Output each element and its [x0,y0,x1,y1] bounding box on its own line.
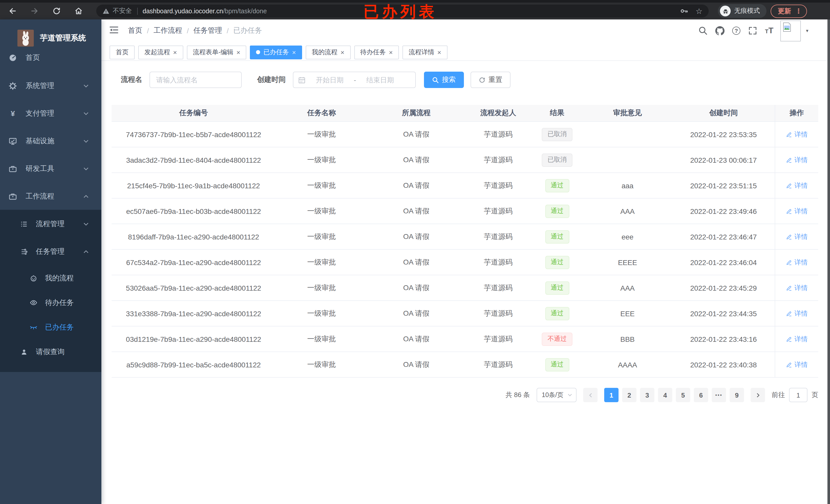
chevron-down-icon [83,82,89,89]
col-flow: 所属流程 [368,105,465,121]
detail-button[interactable]: 详情 [786,309,808,318]
sidebar-item-process-mgmt[interactable]: 流程管理 [0,216,101,232]
view-tab[interactable]: 我的流程 × [306,45,350,59]
breadcrumb-item-task-mgmt[interactable]: 任务管理 [194,26,222,35]
key-icon[interactable] [680,7,689,15]
sidebar-item-done-tasks[interactable]: 已办任务 [0,319,101,335]
sidebar-collapse-icon[interactable] [109,26,119,34]
sidebar-item-label: 待办任务 [45,298,74,307]
page-button[interactable]: ••• [712,388,726,402]
back-icon[interactable] [8,7,17,15]
detail-button[interactable]: 详情 [786,181,808,190]
page-button[interactable]: 5 [676,388,690,402]
cell-comment: EEE [583,301,672,326]
user-icon [21,348,28,355]
tab-close-icon[interactable]: × [389,48,393,56]
page-size-select[interactable]: 10条/页 [537,388,577,402]
page-button[interactable]: 6 [694,388,708,402]
view-tab[interactable]: 待办任务 × [354,45,399,59]
sidebar-item-system[interactable]: 系统管理 [0,77,101,94]
logo-rabbit-image [18,30,34,46]
view-tab[interactable]: 发起流程 × [138,45,183,59]
view-tab[interactable]: 流程详情 × [403,45,447,59]
security-indicator[interactable]: 不安全 [102,7,132,15]
page-button[interactable]: 1 [604,388,618,402]
font-size-icon[interactable]: TT [765,26,773,35]
browser-menu-icon[interactable]: ⋮ [795,7,802,15]
app-logo[interactable]: 芋道管理系统 [18,30,86,46]
search-icon[interactable] [698,26,708,35]
update-label: 更新 [778,6,791,15]
cell-result: 通过 [532,199,583,224]
home-icon[interactable] [74,7,83,15]
sidebar-item-infra[interactable]: 基础设施 [0,133,101,149]
detail-button[interactable]: 详情 [786,258,808,267]
tab-close-icon[interactable]: × [292,48,296,56]
page-button[interactable]: 4 [658,388,672,402]
page-button[interactable]: 9 [730,388,744,402]
view-tab[interactable]: 已办任务 × [250,45,302,59]
start-date-input[interactable] [308,76,352,83]
reset-button[interactable]: 重置 [471,72,510,88]
help-icon[interactable]: ? [732,27,740,35]
detail-button[interactable]: 详情 [786,360,808,369]
tab-close-icon[interactable]: × [173,48,177,56]
cell-task-name: 一级审批 [276,301,368,326]
goto-page-input[interactable] [789,388,807,402]
eye-closed-icon [30,324,37,331]
detail-button[interactable]: 详情 [786,283,808,293]
reload-icon[interactable] [52,7,61,15]
detail-button-label: 详情 [794,232,808,241]
detail-button[interactable]: 详情 [786,232,808,241]
github-icon[interactable] [715,26,725,35]
tab-close-icon[interactable]: × [437,48,441,56]
detail-button[interactable]: 详情 [786,206,808,216]
sidebar-item-pay[interactable]: ¥ 支付管理 [0,105,101,122]
detail-button[interactable]: 详情 [786,130,808,139]
sidebar-item-task-mgmt[interactable]: 任务管理 [0,243,101,260]
page-button[interactable]: 2 [622,388,636,402]
cell-flow: OA 请假 [368,327,465,351]
fullscreen-icon[interactable] [748,26,757,35]
end-date-input[interactable] [358,76,402,83]
detail-button[interactable]: 详情 [786,155,808,165]
tab-label: 流程详情 [409,48,434,57]
detail-button[interactable]: 详情 [786,334,808,344]
cell-created: 2022-01-22 23:46:04 [672,250,775,275]
cell-flow: OA 请假 [368,301,465,326]
next-page-button[interactable] [751,388,765,402]
page-button[interactable]: 3 [640,388,655,402]
cell-flow: OA 请假 [368,199,465,224]
breadcrumb-item-home[interactable]: 首页 [128,26,142,35]
avatar-caret-icon[interactable]: ▼ [805,28,809,33]
view-tab[interactable]: 流程表单-编辑 × [187,45,247,59]
view-tab[interactable]: 首页 × [109,45,135,59]
sidebar-item-leave-query[interactable]: 请假查询 [0,344,101,360]
process-name-input[interactable] [150,72,242,88]
goto-suffix: 页 [811,391,818,400]
table-row: 74736737-7b9b-11ec-b5b7-acde48001122 一级审… [111,122,818,147]
prev-page-button[interactable] [583,388,598,402]
cell-comment: eee [583,224,672,249]
tab-close-icon[interactable]: × [341,48,344,56]
status-badge: 已取消 [542,128,572,141]
tab-close-icon[interactable]: × [236,48,241,56]
cell-task-id: 67c534a2-7b9a-11ec-a290-acde48001122 [111,250,276,275]
avatar[interactable] [780,20,801,41]
robot-face-icon [30,274,37,282]
sidebar-item-todo-tasks[interactable]: 待办任务 [0,295,101,311]
app-title: 芋道管理系统 [40,33,86,43]
breadcrumb-item-workflow[interactable]: 工作流程 [154,26,182,35]
date-range-picker[interactable]: - [293,72,416,88]
cell-result: 通过 [532,275,583,300]
update-button[interactable]: 更新 ⋮ [771,4,807,18]
forward-icon[interactable] [30,7,39,15]
sidebar-item-workflow[interactable]: 工作流程 [0,188,101,204]
table-row: 3adac3d2-7b9d-11ec-8404-acde48001122 一级审… [111,147,818,173]
window-scrollbar[interactable] [827,20,830,504]
sidebar-item-devtools[interactable]: 研发工具 [0,160,101,177]
search-button[interactable]: 搜索 [424,72,464,88]
bookmark-star-icon[interactable]: ☆ [696,7,703,15]
sidebar-item-home[interactable]: 首页 [0,49,101,66]
sidebar-item-my-process[interactable]: 我的流程 [0,270,101,286]
